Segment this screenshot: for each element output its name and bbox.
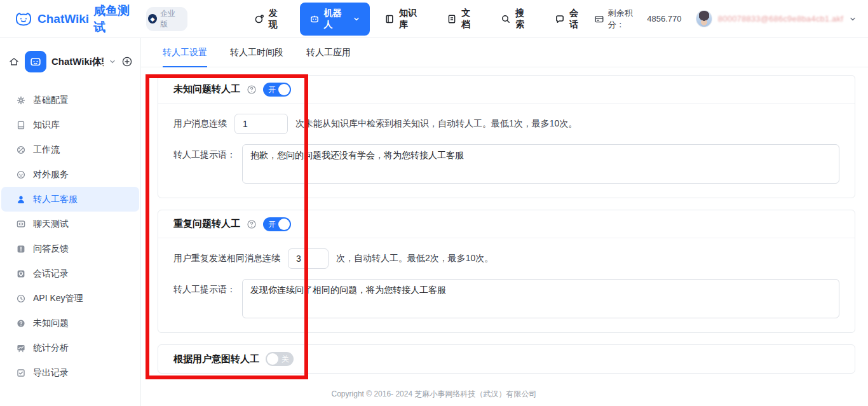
sidebar-menu: 基础配置 知识库 工作流 xyxy=(0,88,140,385)
unknown-question-icon xyxy=(16,318,26,328)
bot-avatar[interactable] xyxy=(25,51,46,72)
sidebar-item-knowledge-base[interactable]: 知识库 xyxy=(1,112,139,137)
toggle-knob xyxy=(267,353,278,365)
discover-icon xyxy=(254,14,264,24)
repeat-card-title: 重复问题转人工 xyxy=(173,218,240,230)
unknown-card-title: 未知问题转人工 xyxy=(173,83,240,95)
search-icon xyxy=(501,14,511,24)
workspace-name: 咸鱼测试 xyxy=(93,3,139,36)
intent-transfer-card: 根据用户意图转人工 关 xyxy=(158,344,855,374)
account-chevron-down-icon[interactable] xyxy=(849,15,857,23)
sidebar: ChatWiki体验... 基础配置 xyxy=(0,38,141,406)
credits-icon xyxy=(594,14,604,24)
unknown-transfer-toggle[interactable]: 开 xyxy=(263,83,291,97)
help-question-icon[interactable] xyxy=(247,219,257,229)
tab-transfer-application[interactable]: 转人工应用 xyxy=(306,38,351,67)
repeat-rule-suffix: 次，自动转人工。最低2次，最多10次。 xyxy=(336,253,493,264)
tab-transfer-settings[interactable]: 转人工设置 xyxy=(163,38,207,67)
bot-selector-row: ChatWiki体验... xyxy=(0,38,140,78)
nav-item-discover[interactable]: 发现 xyxy=(246,3,294,36)
repeat-prompt-textarea[interactable]: 发现你连续问了相同的问题，将为您转接人工客服 xyxy=(242,279,839,318)
nav-item-docs[interactable]: 文档 xyxy=(438,3,486,36)
workflow-icon xyxy=(16,145,26,155)
chat-test-icon xyxy=(16,219,26,229)
sidebar-item-statistics[interactable]: 统计分析 xyxy=(1,335,139,360)
nav-item-robot[interactable]: 机器人 xyxy=(300,3,370,36)
repeat-rule-row: 用户重复发送相同消息连续 次，自动转人工。最低2次，最多10次。 xyxy=(173,248,839,269)
sidebar-item-session-records[interactable]: 会话记录 xyxy=(1,261,139,286)
export-records-icon xyxy=(16,368,26,378)
account-name: 800078833@686c9e8ba4cb1.akf xyxy=(718,14,843,24)
settings-content: 未知问题转人工 开 用户消息连续 次未能从知识库中检索到 xyxy=(141,67,868,374)
top-header: ChatWiki 咸鱼测试 ◆ 企业版 发现 xyxy=(0,0,868,38)
credits-label: 剩余积分： xyxy=(608,8,643,30)
repeat-question-transfer-card: 重复问题转人工 开 用户重复发送相同消息连续 次，自动转 xyxy=(158,210,855,333)
credits-value: 4856.770 xyxy=(647,14,681,24)
brand-name: ChatWiki xyxy=(37,12,89,26)
enterprise-badge-icon: ◆ xyxy=(148,14,157,24)
chatwiki-logo-icon xyxy=(14,10,33,29)
repeat-threshold-input[interactable] xyxy=(288,248,329,269)
unknown-prompt-label: 转人工提示语： xyxy=(173,144,236,184)
sidebar-item-qa-feedback[interactable]: 问答反馈 xyxy=(1,236,139,261)
user-avatar[interactable] xyxy=(696,10,712,27)
sidebar-item-chat-test[interactable]: 聊天测试 xyxy=(1,212,139,236)
document-icon xyxy=(447,14,457,24)
copyright-footer: Copyright © 2016- 2024 芝麻小事网络科技（武汉）有限公司 xyxy=(0,389,868,400)
help-question-icon[interactable] xyxy=(247,85,257,95)
brand: ChatWiki 咸鱼测试 ◆ 企业版 xyxy=(0,3,187,36)
feedback-icon xyxy=(16,244,26,254)
sidebar-item-external-service[interactable]: 对外服务 xyxy=(1,162,139,187)
api-key-icon xyxy=(16,294,26,304)
unknown-card-body: 用户消息连续 次未能从知识库中检索到相关知识，自动转人工。最低1次，最多10次。… xyxy=(158,104,855,198)
intent-card-title: 根据用户意图转人工 xyxy=(173,353,259,365)
bot-name[interactable]: ChatWiki体验... xyxy=(51,56,104,68)
sidebar-item-api-key[interactable]: API Key管理 xyxy=(1,286,139,311)
conversation-icon xyxy=(555,14,565,24)
gear-icon xyxy=(16,95,26,105)
book-icon xyxy=(16,120,26,130)
knowledge-base-icon xyxy=(384,14,395,24)
repeat-prompt-label: 转人工提示语： xyxy=(173,279,236,318)
bot-chevron-down-icon[interactable] xyxy=(109,58,116,65)
credits: 剩余积分： 4856.770 xyxy=(594,8,682,30)
sidebar-item-unknown-questions[interactable]: 未知问题 xyxy=(1,311,139,335)
enterprise-badge: ◆ 企业版 xyxy=(146,7,187,31)
main-nav: 发现 机器人 xyxy=(246,3,594,36)
repeat-rule-prefix: 用户重复发送相同消息连续 xyxy=(173,253,280,264)
sidebar-item-export-records[interactable]: 导出记录 xyxy=(1,360,139,385)
unknown-prompt-row: 转人工提示语： 抱歉，您问的问题我还没有学会，将为您转接人工客服 xyxy=(173,144,839,184)
sidebar-item-basic-config[interactable]: 基础配置 xyxy=(1,88,139,112)
transfer-tabs: 转人工设置 转人工时间段 转人工应用 xyxy=(141,38,868,67)
main-content: 转人工设置 转人工时间段 转人工应用 未知问题转人工 开 xyxy=(141,38,868,406)
unknown-rule-suffix: 次未能从知识库中检索到相关知识，自动转人工。最低1次，最多10次。 xyxy=(295,118,577,130)
repeat-card-body: 用户重复发送相同消息连续 次，自动转人工。最低2次，最多10次。 转人工提示语：… xyxy=(158,238,855,332)
unknown-rule-row: 用户消息连续 次未能从知识库中检索到相关知识，自动转人工。最低1次，最多10次。 xyxy=(173,114,839,134)
home-icon[interactable] xyxy=(8,56,20,67)
toggle-knob xyxy=(278,84,290,95)
statistics-icon xyxy=(16,343,26,353)
unknown-threshold-input[interactable] xyxy=(234,114,288,134)
session-records-icon xyxy=(16,269,26,279)
unknown-rule-prefix: 用户消息连续 xyxy=(173,118,227,130)
sidebar-item-workflow[interactable]: 工作流 xyxy=(1,137,139,162)
unknown-prompt-textarea[interactable]: 抱歉，您问的问题我还没有学会，将为您转接人工客服 xyxy=(242,144,839,184)
nav-item-search[interactable]: 搜索 xyxy=(492,3,540,36)
unknown-question-transfer-card: 未知问题转人工 开 用户消息连续 次未能从知识库中检索到 xyxy=(158,75,855,198)
tab-transfer-time-range[interactable]: 转人工时间段 xyxy=(230,38,283,67)
robot-icon xyxy=(309,14,320,24)
intent-transfer-toggle[interactable]: 关 xyxy=(266,352,294,366)
header-right: 剩余积分： 4856.770 800078833@686c9e8ba4cb1.a… xyxy=(594,8,868,30)
nav-item-conversation[interactable]: 会话 xyxy=(546,3,594,36)
repeat-prompt-row: 转人工提示语： 发现你连续问了相同的问题，将为您转接人工客服 xyxy=(173,279,839,318)
repeat-transfer-toggle[interactable]: 开 xyxy=(263,217,291,231)
intent-card-header: 根据用户意图转人工 关 xyxy=(158,345,855,373)
sidebar-item-human-agent[interactable]: 转人工客服 xyxy=(1,187,139,212)
human-agent-icon xyxy=(16,194,26,205)
unknown-card-header: 未知问题转人工 开 xyxy=(158,76,855,104)
add-bot-icon[interactable] xyxy=(121,56,133,67)
chevron-down-icon xyxy=(353,15,360,23)
nav-item-knowledge[interactable]: 知识库 xyxy=(376,3,432,36)
toggle-knob xyxy=(278,219,290,230)
repeat-card-header: 重复问题转人工 开 xyxy=(158,210,855,238)
